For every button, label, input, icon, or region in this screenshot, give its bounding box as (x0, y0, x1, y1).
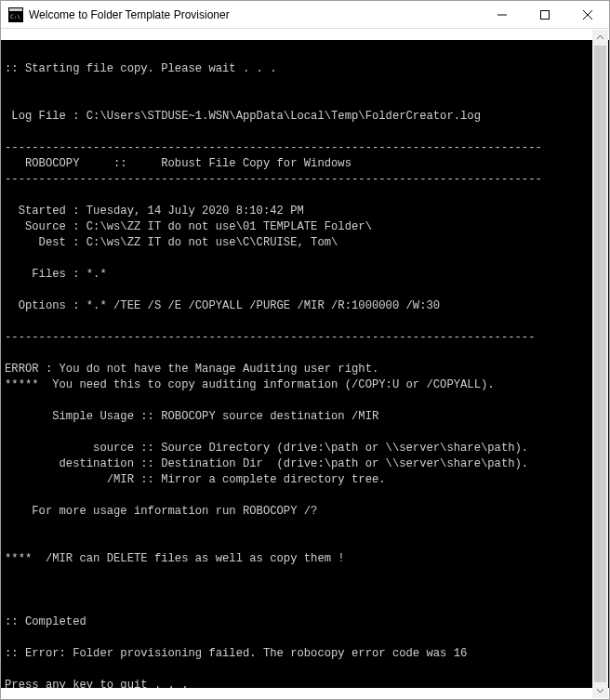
vertical-scrollbar[interactable] (592, 30, 608, 698)
app-icon: C:\ (8, 7, 23, 22)
scroll-up-button[interactable] (592, 30, 608, 46)
scroll-down-button[interactable] (592, 682, 608, 698)
window-controls (481, 1, 609, 28)
svg-rect-1 (9, 8, 22, 11)
maximize-button[interactable] (524, 1, 566, 28)
svg-text:C:\: C:\ (10, 13, 20, 20)
window-title: Welcome to Folder Template Provisioner (29, 8, 481, 21)
close-button[interactable] (566, 1, 609, 28)
titlebar[interactable]: C:\ Welcome to Folder Template Provision… (1, 1, 609, 29)
console-output[interactable]: :: Starting file copy. Please wait . . .… (1, 40, 609, 688)
main-window: C:\ Welcome to Folder Template Provision… (0, 0, 610, 700)
scroll-thumb[interactable] (594, 46, 606, 682)
minimize-button[interactable] (481, 1, 524, 28)
svg-rect-4 (541, 10, 550, 19)
